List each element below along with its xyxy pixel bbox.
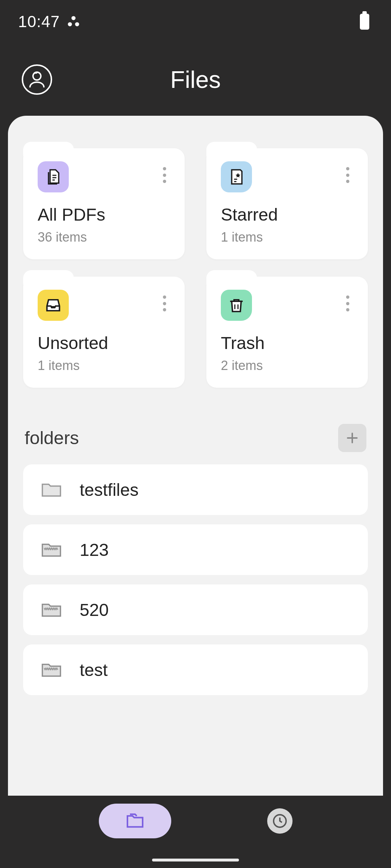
folder-item-testfiles[interactable]: testfiles [23,464,368,515]
card-subtitle: 2 items [221,358,353,373]
status-left: 10:47 [18,13,81,31]
document-icon [38,161,69,192]
star-icon [221,161,252,192]
home-indicator[interactable] [152,859,239,861]
status-time: 10:47 [18,13,60,31]
category-all-pdfs[interactable]: All PDFs 36 items [23,148,185,259]
card-subtitle: 36 items [38,230,170,245]
nav-files-button[interactable] [99,804,171,838]
folder-name: test [80,660,108,680]
svg-point-2 [76,23,79,26]
trash-icon [221,290,252,321]
category-unsorted[interactable]: Unsorted 1 items [23,277,185,388]
category-trash[interactable]: Trash 2 items [206,277,368,388]
folder-name: testfiles [80,480,139,500]
folder-list: testfiles 123 520 [23,464,368,695]
more-icon[interactable] [157,165,172,185]
more-icon[interactable] [340,293,355,314]
folder-icon [41,540,62,559]
battery-icon [360,14,369,30]
folder-name: 123 [80,540,109,560]
folders-section-title: folders [25,427,79,448]
status-bar: 10:47 [0,0,391,43]
page-title: Files [0,66,391,93]
folders-section-header: folders [23,424,368,452]
card-title: Trash [221,333,353,353]
folder-icon [41,600,62,619]
main-sheet: All PDFs 36 items Starred 1 items [8,116,383,796]
card-title: All PDFs [38,205,170,225]
more-icon[interactable] [157,293,172,314]
more-icon[interactable] [340,165,355,185]
svg-point-1 [68,23,72,26]
folder-icon [41,480,62,499]
svg-point-0 [72,17,75,20]
folder-item-520[interactable]: 520 [23,584,368,635]
nav-recent-button[interactable] [267,808,293,834]
avatar[interactable] [22,64,52,95]
category-grid: All PDFs 36 items Starred 1 items [23,148,368,388]
card-subtitle: 1 items [221,230,353,245]
inbox-icon [38,290,69,321]
add-folder-button[interactable] [338,424,366,452]
card-subtitle: 1 items [38,358,170,373]
folder-icon [41,660,62,679]
card-title: Starred [221,205,353,225]
card-title: Unsorted [38,333,170,353]
folder-item-123[interactable]: 123 [23,524,368,575]
folder-name: 520 [80,600,109,620]
folder-item-test[interactable]: test [23,644,368,695]
category-starred[interactable]: Starred 1 items [206,148,368,259]
app-header: Files [0,43,391,116]
sync-icon [66,14,81,29]
bottom-nav [0,799,391,843]
